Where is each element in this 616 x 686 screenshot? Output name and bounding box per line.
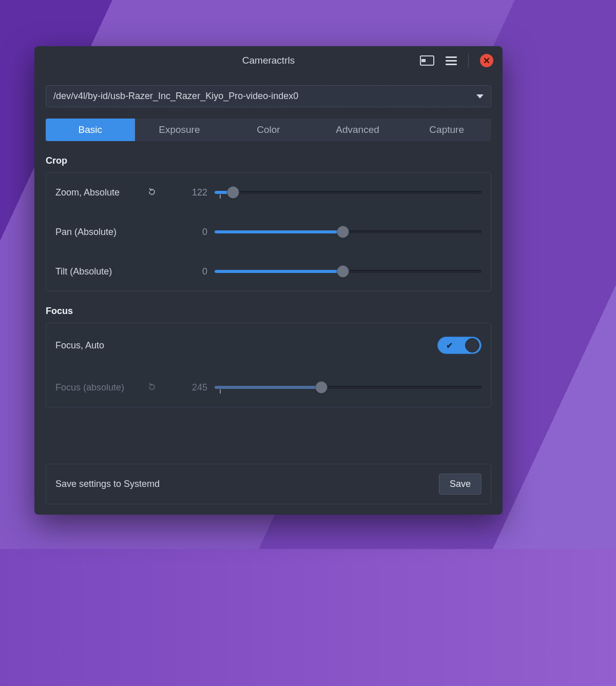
cameractrls-window: Cameractrls /dev/v4l/by-id/usb-Razer_Inc… (34, 46, 503, 515)
svg-rect-1 (421, 59, 426, 62)
save-label: Save settings to Systemd (55, 479, 439, 489)
focus-abs-label: Focus (absolute) (55, 382, 148, 393)
hamburger-menu-icon[interactable] (446, 56, 457, 65)
titlebar-separator (468, 53, 469, 68)
section-focus-title: Focus (46, 306, 491, 317)
tilt-row: Tilt (Absolute) 0 (46, 251, 491, 291)
device-dropdown[interactable]: /dev/v4l/by-id/usb-Razer_Inc_Razer_Kiyo_… (46, 85, 491, 107)
tab-basic[interactable]: Basic (46, 119, 135, 141)
device-path: /dev/v4l/by-id/usb-Razer_Inc_Razer_Kiyo_… (53, 91, 298, 102)
focus-panel: Focus, Auto ✔ Focus (absolute) 245 (46, 323, 491, 407)
tab-capture[interactable]: Capture (402, 119, 491, 141)
tilt-slider[interactable] (215, 265, 482, 278)
zoom-reset-icon[interactable] (148, 188, 179, 198)
desktop-wallpaper-bottom (0, 549, 616, 686)
titlebar[interactable]: Cameractrls (34, 46, 503, 75)
crop-panel: Zoom, Absolute 122 Pan (Absolute) (46, 172, 491, 291)
chevron-down-icon (476, 94, 484, 99)
tilt-value: 0 (179, 266, 215, 277)
focus-abs-row: Focus (absolute) 245 (46, 367, 491, 407)
pan-row: Pan (Absolute) 0 (46, 212, 491, 251)
focus-abs-value: 245 (179, 382, 215, 393)
focus-auto-row: Focus, Auto ✔ (46, 323, 491, 367)
focus-abs-slider (215, 381, 482, 394)
tab-exposure[interactable]: Exposure (135, 119, 224, 141)
zoom-label: Zoom, Absolute (55, 187, 148, 198)
zoom-slider[interactable] (215, 186, 482, 199)
focus-auto-toggle[interactable]: ✔ (437, 337, 482, 354)
pan-slider[interactable] (215, 226, 482, 238)
pan-label: Pan (Absolute) (55, 227, 148, 238)
tab-advanced[interactable]: Advanced (313, 119, 402, 141)
close-button[interactable] (480, 54, 493, 67)
focus-auto-label: Focus, Auto (55, 340, 148, 351)
picture-in-picture-icon[interactable] (420, 55, 434, 66)
tab-bar: Basic Exposure Color Advanced Capture (46, 119, 491, 141)
zoom-row: Zoom, Absolute 122 (46, 173, 491, 212)
zoom-value: 122 (179, 187, 215, 198)
pan-value: 0 (179, 227, 215, 238)
tilt-label: Tilt (Absolute) (55, 266, 148, 277)
save-button[interactable]: Save (439, 474, 482, 495)
tab-color[interactable]: Color (224, 119, 313, 141)
focus-abs-reset-icon (148, 383, 179, 393)
check-icon: ✔ (446, 341, 453, 350)
save-bar: Save settings to Systemd Save (46, 464, 491, 504)
section-crop-title: Crop (46, 155, 491, 166)
